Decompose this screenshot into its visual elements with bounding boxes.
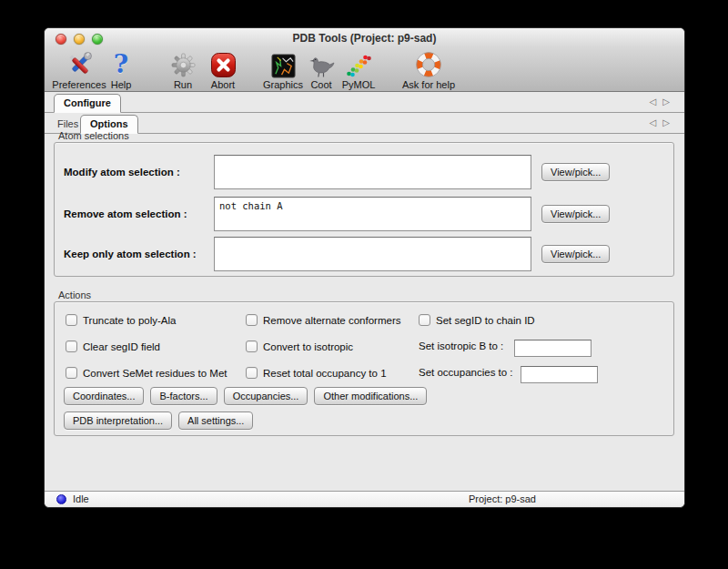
remove-selection-input[interactable]: not chain A xyxy=(214,197,531,231)
other-modifications-button[interactable]: Other modifications... xyxy=(314,387,427,405)
window-chrome: PDB Tools (Project: p9-sad) xyxy=(45,28,684,92)
checkbox-icon[interactable] xyxy=(246,314,258,326)
actions-legend: Actions xyxy=(58,290,91,300)
checkbox-truncate-poly-ala[interactable]: Truncate to poly-Ala xyxy=(66,314,176,326)
coordinates-button[interactable]: Coordinates... xyxy=(64,387,144,405)
toolbar-item-ask-for-help[interactable]: Ask for help xyxy=(389,48,469,90)
modify-selection-label: Modify atom selection : xyxy=(64,167,180,178)
set-isotropic-b-input[interactable] xyxy=(514,340,592,357)
actions-buttons-row-1: Coordinates... B-factors... Occupancies.… xyxy=(64,387,427,405)
checkbox-set-segid-to-chain-id[interactable]: Set segID to chain ID xyxy=(419,314,535,326)
tab-scroll-arrows[interactable]: ◁▷ xyxy=(650,117,676,127)
checkbox-icon[interactable] xyxy=(66,340,77,352)
status-text: Idle xyxy=(73,493,89,504)
checkbox-remove-alternate-conformers[interactable]: Remove alternate conformers xyxy=(246,314,400,326)
checkbox-label: Convert to isotropic xyxy=(263,341,353,352)
checkbox-label: Clear segID field xyxy=(83,341,160,352)
lifebuoy-icon xyxy=(389,48,469,78)
all-settings-button[interactable]: All settings... xyxy=(178,412,253,430)
checkbox-label: Truncate to poly-Ala xyxy=(83,315,176,326)
app-window: PDB Tools (Project: p9-sad) xyxy=(44,27,685,508)
set-occupancies-label: Set occupancies to : xyxy=(419,367,513,378)
modify-selection-input[interactable] xyxy=(214,155,531,189)
b-factors-button[interactable]: B-factors... xyxy=(150,387,217,405)
pymol-rainbow-icon xyxy=(318,48,399,78)
view-pick-button[interactable]: View/pick... xyxy=(541,163,610,181)
toolbar-item-label: PyMOL xyxy=(318,79,399,90)
actions-row: Truncate to poly-Ala Remove alternate co… xyxy=(55,314,673,330)
checkbox-reset-total-occupancy[interactable]: Reset total occupancy to 1 xyxy=(246,367,387,379)
set-occupancies-input[interactable] xyxy=(521,366,598,383)
checkbox-label: Reset total occupancy to 1 xyxy=(263,368,387,379)
checkbox-label: Convert SeMet residues to Met xyxy=(83,368,228,379)
toolbar-item-label: Ask for help xyxy=(389,79,469,90)
checkbox-clear-segid-field[interactable]: Clear segID field xyxy=(66,340,160,352)
checkbox-icon[interactable] xyxy=(66,314,77,326)
keep-only-selection-input[interactable] xyxy=(214,237,531,271)
status-bar: Idle Project: p9-sad xyxy=(45,491,684,507)
remove-selection-label: Remove atom selection : xyxy=(64,208,187,219)
checkbox-convert-semet-to-met[interactable]: Convert SeMet residues to Met xyxy=(66,367,228,379)
toolbar-item-pymol[interactable]: PyMOL xyxy=(318,48,399,90)
view-pick-button[interactable]: View/pick... xyxy=(541,245,610,263)
atom-selections-legend: Atom selections xyxy=(58,130,129,141)
checkbox-label: Remove alternate conformers xyxy=(263,315,400,326)
checkbox-label: Set segID to chain ID xyxy=(436,315,535,326)
actions-row: Convert SeMet residues to Met Reset tota… xyxy=(55,367,673,383)
occupancies-button[interactable]: Occupancies... xyxy=(224,387,308,405)
tab-bar-inner: Files Options ◁▷ xyxy=(45,114,684,134)
tab-bar-outer: Configure ◁▷ xyxy=(45,93,684,113)
pdb-interpretation-button[interactable]: PDB interpretation... xyxy=(64,412,172,430)
tab-scroll-arrows[interactable]: ◁▷ xyxy=(650,97,676,107)
actions-group: Truncate to poly-Ala Remove alternate co… xyxy=(54,301,674,436)
status-indicator-icon xyxy=(56,494,66,504)
window-title: PDB Tools (Project: p9-sad) xyxy=(45,32,684,45)
checkbox-icon[interactable] xyxy=(66,367,77,379)
actions-buttons-row-2: PDB interpretation... All settings... xyxy=(64,412,253,430)
checkbox-icon[interactable] xyxy=(246,340,258,352)
set-isotropic-b-label: Set isotropic B to : xyxy=(419,340,503,351)
project-label: Project: p9-sad xyxy=(469,493,536,504)
tab-configure[interactable]: Configure xyxy=(54,94,121,113)
checkbox-icon[interactable] xyxy=(419,314,430,326)
view-pick-button[interactable]: View/pick... xyxy=(541,205,610,223)
selection-row: Modify atom selection : View/pick... xyxy=(55,155,673,189)
selection-row: Remove atom selection : not chain A View… xyxy=(55,197,673,231)
actions-row: Clear segID field Convert to isotropic S… xyxy=(55,340,673,357)
atom-selections-group: Modify atom selection : View/pick... Rem… xyxy=(54,142,674,277)
checkbox-convert-to-isotropic[interactable]: Convert to isotropic xyxy=(246,340,353,352)
checkbox-icon[interactable] xyxy=(246,367,258,379)
tab-files[interactable]: Files xyxy=(57,118,78,129)
selection-row: Keep only atom selection : View/pick... xyxy=(55,237,673,271)
keep-only-selection-label: Keep only atom selection : xyxy=(64,249,197,259)
